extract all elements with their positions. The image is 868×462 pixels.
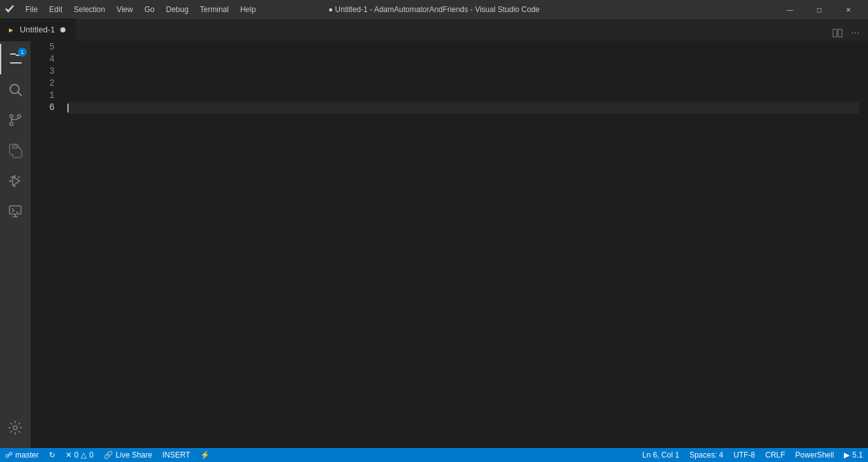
line-number-5: 5: [31, 41, 55, 53]
ln-col-text: Ln 6, Col 1: [642, 451, 679, 459]
status-bar-left: ☍ master ↻ ✕ 0 △ 0 🔗 Live Share INSERT ⚡: [0, 448, 215, 462]
indentation-status[interactable]: Spaces: 4: [684, 448, 728, 462]
language-text: PowerShell: [796, 451, 834, 459]
svg-point-12: [13, 426, 17, 430]
activity-item-extensions[interactable]: [0, 135, 31, 166]
sync-status[interactable]: ↻: [44, 448, 60, 462]
svg-rect-1: [838, 29, 842, 37]
menu-edit[interactable]: Edit: [44, 3, 67, 17]
menu-selection[interactable]: Selection: [69, 3, 110, 17]
svg-point-9: [14, 175, 16, 177]
encoding-text: UTF-8: [733, 451, 755, 459]
activity-item-source-control[interactable]: [0, 105, 31, 135]
minimize-button[interactable]: —: [775, 0, 804, 19]
language-status[interactable]: PowerShell: [790, 448, 839, 462]
svg-point-6: [18, 115, 21, 118]
vim-mode-status: INSERT: [157, 448, 195, 462]
code-line-3: [67, 65, 859, 78]
editor-tab-untitled[interactable]: ► Untitled-1: [0, 18, 76, 41]
warning-icon: △: [81, 451, 86, 459]
code-content[interactable]: [62, 41, 859, 448]
maximize-button[interactable]: ◻: [804, 0, 834, 19]
menu-go[interactable]: Go: [139, 3, 159, 17]
editor-area: 5 4 3 2 1 6: [31, 41, 868, 448]
warning-count: 0: [89, 451, 93, 459]
text-cursor: [67, 104, 69, 112]
live-share-icon: 🔗: [104, 451, 113, 459]
live-share-label: Live Share: [116, 451, 152, 459]
feedback-icon: ⚡: [200, 451, 210, 459]
svg-point-8: [10, 180, 11, 182]
activity-item-settings[interactable]: [0, 412, 31, 443]
tab-bar: ► Untitled-1 ⋯: [0, 19, 868, 41]
branch-status[interactable]: ☍ master: [0, 448, 44, 462]
activity-item-remote-explorer[interactable]: [0, 196, 31, 227]
cursor-position-status[interactable]: Ln 6, Col 1: [637, 448, 684, 462]
line-number-1: 1: [31, 90, 55, 102]
vertical-scrollbar[interactable]: [859, 41, 868, 448]
split-editor-button[interactable]: [830, 25, 845, 41]
sync-icon: ↻: [49, 451, 55, 459]
activity-bar: 1: [0, 41, 31, 448]
error-icon: ✕: [65, 451, 72, 459]
svg-point-4: [10, 115, 13, 118]
errors-status[interactable]: ✕ 0 △ 0: [60, 448, 98, 462]
tab-bar-actions: ⋯: [830, 25, 868, 41]
line-ending-text: CRLF: [765, 451, 785, 459]
svg-point-5: [10, 123, 13, 126]
line-number-4: 4: [31, 53, 55, 65]
live-share-status[interactable]: 🔗 Live Share: [98, 448, 157, 462]
code-line-1: [67, 41, 859, 53]
tab-file-icon: ►: [8, 26, 15, 34]
vim-mode-text: INSERT: [162, 451, 190, 459]
error-count: 0: [74, 451, 79, 459]
line-number-6: 6: [31, 102, 55, 114]
feedback-status[interactable]: ⚡: [195, 448, 215, 462]
code-line-5: [67, 90, 859, 102]
explorer-badge: 1: [18, 48, 27, 57]
activity-item-search[interactable]: [0, 74, 31, 105]
window-controls: — ◻ ✕: [775, 0, 863, 19]
tab-label: Untitled-1: [20, 25, 55, 34]
encoding-status[interactable]: UTF-8: [728, 448, 760, 462]
code-line-2: [67, 53, 859, 65]
activity-item-explorer[interactable]: 1: [0, 44, 31, 74]
menu-help[interactable]: Help: [235, 3, 261, 17]
line-number-3: 3: [31, 65, 55, 78]
line-ending-status[interactable]: CRLF: [760, 448, 790, 462]
spaces-text: Spaces: 4: [689, 451, 723, 459]
svg-rect-0: [833, 29, 837, 37]
powershell-version-status[interactable]: ▶ 5.1: [839, 448, 868, 462]
status-bar: ☍ master ↻ ✕ 0 △ 0 🔗 Live Share INSERT ⚡…: [0, 448, 868, 462]
window-title: ● Untitled-1 - AdamAutomatorAndFriends -…: [329, 5, 540, 14]
activity-item-run-debug[interactable]: [0, 166, 31, 196]
menu-terminal[interactable]: Terminal: [195, 3, 234, 17]
more-actions-button[interactable]: ⋯: [848, 25, 863, 41]
svg-rect-11: [10, 206, 21, 214]
branch-name: master: [15, 451, 39, 459]
title-bar-left: File Edit Selection View Go Debug Termin…: [5, 3, 261, 17]
svg-line-3: [18, 93, 22, 97]
menu-debug[interactable]: Debug: [161, 3, 193, 17]
code-line-6-active: [67, 102, 859, 114]
code-line-4: [67, 78, 859, 90]
line-number-2: 2: [31, 78, 55, 90]
status-bar-right: Ln 6, Col 1 Spaces: 4 UTF-8 CRLF PowerSh…: [637, 448, 868, 462]
tab-modified-indicator: [60, 27, 65, 32]
title-bar: File Edit Selection View Go Debug Termin…: [0, 0, 868, 19]
line-numbers: 5 4 3 2 1 6: [31, 41, 62, 448]
code-editor[interactable]: 5 4 3 2 1 6: [31, 41, 868, 448]
ps-version-text: 5.1: [852, 451, 863, 459]
menu-file[interactable]: File: [20, 3, 43, 17]
svg-point-2: [10, 85, 19, 93]
main-layout: 1: [0, 41, 868, 448]
close-button[interactable]: ✕: [834, 0, 863, 19]
menu-bar: File Edit Selection View Go Debug Termin…: [20, 3, 261, 17]
vscode-logo-icon: [5, 4, 15, 15]
branch-icon: ☍: [5, 451, 13, 459]
svg-point-10: [14, 186, 16, 187]
menu-view[interactable]: View: [111, 3, 138, 17]
ps-icon: ▶: [844, 451, 850, 459]
